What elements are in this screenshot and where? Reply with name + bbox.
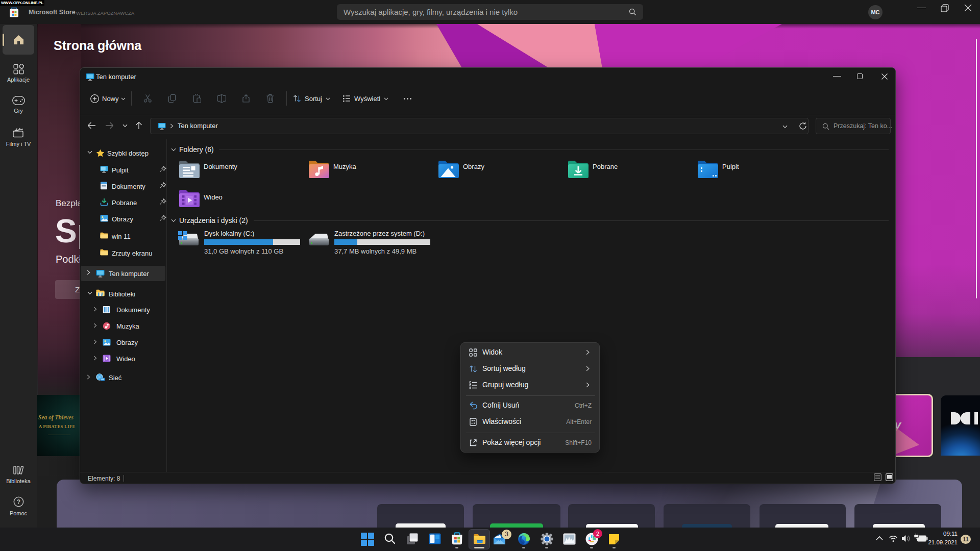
svg-text:?: ?: [17, 498, 20, 506]
